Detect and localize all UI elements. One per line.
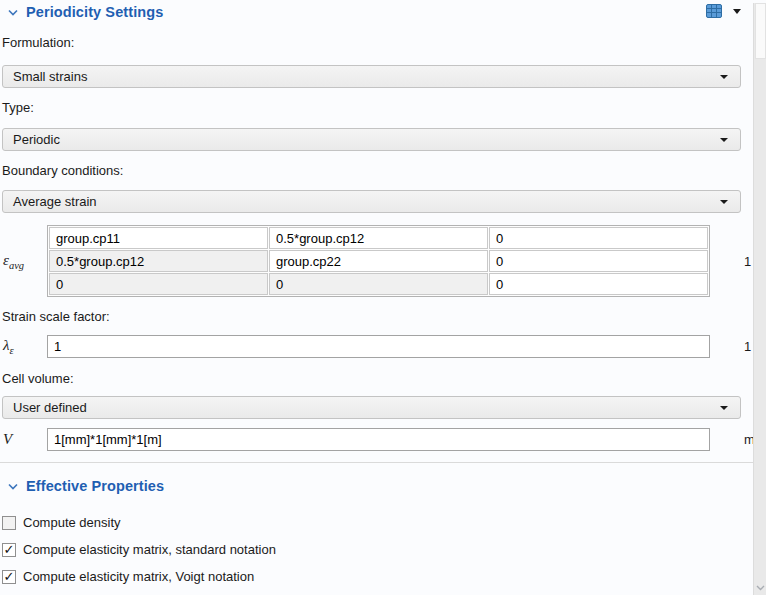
collapse-chevron-icon[interactable] bbox=[0, 9, 26, 16]
cell-volume-label: Cell volume: bbox=[2, 371, 753, 387]
strain-scale-factor-input[interactable] bbox=[47, 335, 710, 358]
type-dropdown[interactable]: Periodic bbox=[2, 128, 741, 151]
vertical-scrollbar[interactable] bbox=[753, 3, 766, 595]
lambda-epsilon-symbol: λε bbox=[0, 337, 47, 356]
matrix-cell-13[interactable] bbox=[489, 227, 708, 249]
type-label: Type: bbox=[2, 100, 753, 116]
checkbox-label: Compute density bbox=[23, 515, 121, 530]
matrix-cell-12[interactable] bbox=[269, 227, 488, 249]
type-selected-value: Periodic bbox=[13, 132, 60, 147]
matrix-cell-33[interactable] bbox=[489, 273, 708, 295]
compute-elasticity-voigt-row: Compute elasticity matrix, Voigt notatio… bbox=[2, 568, 753, 585]
compute-elasticity-standard-checkbox[interactable] bbox=[2, 543, 16, 557]
strain-scale-factor-row: λε 1 bbox=[0, 335, 753, 358]
boundary-conditions-label: Boundary conditions: bbox=[2, 163, 753, 179]
cell-volume-selected-value: User defined bbox=[13, 400, 87, 415]
dropdown-arrow-icon bbox=[720, 406, 728, 410]
volume-input[interactable] bbox=[47, 428, 710, 451]
compute-density-checkbox[interactable] bbox=[2, 516, 16, 530]
matrix-cell-22[interactable] bbox=[269, 250, 488, 272]
cell-volume-dropdown[interactable]: User defined bbox=[2, 396, 741, 419]
strain-scale-factor-unit: 1 bbox=[744, 339, 751, 354]
epsilon-avg-symbol: εavg bbox=[0, 252, 47, 271]
compute-elasticity-standard-row: Compute elasticity matrix, standard nota… bbox=[2, 541, 753, 558]
matrix-cell-32[interactable] bbox=[269, 273, 488, 295]
volume-symbol: V bbox=[0, 431, 47, 448]
section-header-periodicity: Periodicity Settings bbox=[0, 3, 753, 21]
strain-scale-factor-label: Strain scale factor: bbox=[2, 309, 753, 325]
formulation-label: Formulation: bbox=[2, 35, 753, 51]
section-title: Periodicity Settings bbox=[26, 4, 163, 20]
checkbox-label: Compute elasticity matrix, standard nota… bbox=[23, 542, 276, 557]
matrix-unit: 1 bbox=[744, 254, 751, 269]
formulation-selected-value: Small strains bbox=[13, 69, 87, 84]
matrix-cell-31[interactable] bbox=[49, 273, 268, 295]
dropdown-arrow-icon bbox=[720, 75, 728, 79]
collapse-chevron-icon[interactable] bbox=[0, 483, 26, 490]
show-table-icon[interactable] bbox=[706, 4, 722, 18]
section-divider bbox=[0, 462, 753, 463]
scrollbar-thumb[interactable] bbox=[755, 3, 766, 59]
average-strain-matrix bbox=[47, 225, 710, 297]
header-menu-arrow-icon[interactable] bbox=[733, 9, 741, 14]
boundary-conditions-dropdown[interactable]: Average strain bbox=[2, 190, 741, 213]
dropdown-arrow-icon bbox=[720, 200, 728, 204]
boundary-conditions-selected-value: Average strain bbox=[13, 194, 97, 209]
checkbox-label: Compute elasticity matrix, Voigt notatio… bbox=[23, 569, 254, 584]
volume-row: V m³ bbox=[0, 428, 753, 451]
compute-density-row: Compute density bbox=[2, 514, 753, 531]
matrix-cell-23[interactable] bbox=[489, 250, 708, 272]
matrix-cell-21[interactable] bbox=[49, 250, 268, 272]
compute-elasticity-voigt-checkbox[interactable] bbox=[2, 570, 16, 584]
average-strain-matrix-row: εavg 1 bbox=[0, 225, 753, 297]
matrix-cell-11[interactable] bbox=[49, 227, 268, 249]
dropdown-arrow-icon bbox=[720, 138, 728, 142]
section-header-effective-properties: Effective Properties bbox=[0, 477, 753, 495]
settings-panel: Periodicity Settings Formulation: Small … bbox=[0, 3, 766, 595]
section-title: Effective Properties bbox=[26, 478, 164, 494]
formulation-dropdown[interactable]: Small strains bbox=[2, 65, 741, 88]
scrollbar-down-icon[interactable] bbox=[754, 581, 766, 595]
